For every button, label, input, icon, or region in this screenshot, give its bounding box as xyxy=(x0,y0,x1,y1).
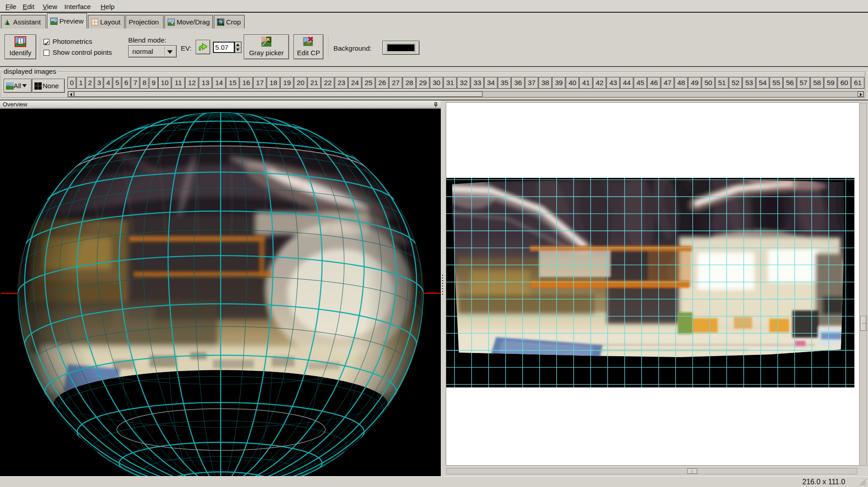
svg-text:1: 1 xyxy=(19,38,22,43)
svg-text:GL: GL xyxy=(51,18,55,21)
